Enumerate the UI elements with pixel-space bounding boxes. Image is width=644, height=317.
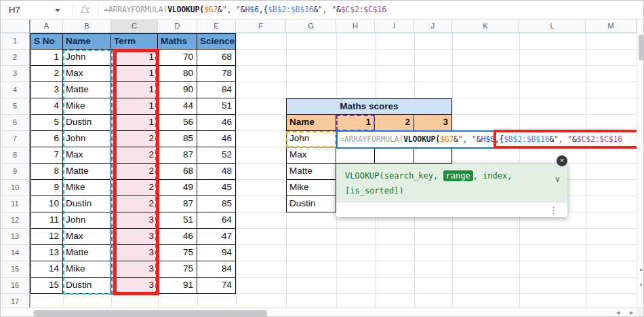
cell-D3[interactable]: 80: [158, 66, 197, 82]
cell-A16[interactable]: 15: [31, 278, 63, 294]
cell-H6[interactable]: 1: [336, 115, 375, 131]
cell-A3[interactable]: 2: [31, 66, 63, 82]
name-box-dropdown-icon[interactable]: [55, 9, 60, 12]
cell-B11[interactable]: Dustin: [63, 196, 111, 212]
scroll-up-icon[interactable]: ▲: [639, 267, 643, 272]
cell-A14[interactable]: 13: [31, 245, 63, 261]
col-header-K[interactable]: K: [452, 20, 519, 33]
cell-C16[interactable]: 3: [111, 278, 158, 294]
cell-E12[interactable]: 64: [197, 212, 236, 229]
scroll-right-icon[interactable]: ▶: [630, 310, 633, 316]
cell-A2[interactable]: 1: [31, 50, 63, 66]
cell-D13[interactable]: 46: [158, 229, 197, 245]
cell-D1[interactable]: Maths: [158, 33, 197, 50]
cell-B7[interactable]: John: [63, 131, 111, 147]
cell-C6[interactable]: 1: [111, 115, 158, 131]
cell-E7[interactable]: 46: [197, 131, 236, 147]
cell-D5[interactable]: 44: [158, 98, 197, 115]
cell-editor-formula[interactable]: =ARRAYFORMULA(VLOOKUP($G7&", "&H$6,{$B$2…: [340, 132, 622, 147]
cell-J6[interactable]: 3: [414, 115, 452, 131]
row-header-4[interactable]: 4: [1, 82, 29, 98]
cell-D2[interactable]: 70: [158, 50, 197, 66]
cell-C15[interactable]: 3: [111, 261, 158, 278]
cell-G8[interactable]: Max: [286, 147, 336, 164]
cell-A9[interactable]: 8: [31, 164, 63, 180]
horizontal-scrollbar[interactable]: ◀ ▶: [1, 307, 644, 317]
cell-B6[interactable]: Dustin: [63, 115, 111, 131]
cell-E6[interactable]: 46: [197, 115, 236, 131]
cell-D12[interactable]: 51: [158, 212, 197, 229]
scroll-left-icon[interactable]: ◀: [616, 310, 620, 316]
cell-C1[interactable]: Term: [111, 33, 158, 50]
cell-A10[interactable]: 9: [31, 180, 63, 196]
cell-G9[interactable]: Matte: [286, 164, 336, 180]
cell-E1[interactable]: Science: [197, 33, 236, 50]
scroll-down-icon[interactable]: ▼: [639, 282, 643, 287]
cell-B2[interactable]: John: [63, 50, 111, 66]
col-header-B[interactable]: B: [63, 20, 111, 33]
cell-E2[interactable]: 68: [197, 50, 236, 66]
col-header-C[interactable]: C: [111, 20, 158, 33]
col-header-G[interactable]: G: [286, 20, 336, 33]
cell-J8[interactable]: [414, 147, 452, 164]
cell-D10[interactable]: 49: [158, 180, 197, 196]
cell-C9[interactable]: 2: [111, 164, 158, 180]
cell-H8[interactable]: [336, 147, 375, 164]
cell-I8[interactable]: [375, 147, 414, 164]
row-header-10[interactable]: 10: [1, 180, 29, 196]
cell-A6[interactable]: 5: [31, 115, 63, 131]
cell-G11[interactable]: Dustin: [286, 196, 336, 212]
cell-D7[interactable]: 85: [158, 131, 197, 147]
cell-C5[interactable]: 1: [111, 98, 158, 115]
col-header-L[interactable]: L: [519, 20, 586, 33]
row-header-15[interactable]: 15: [1, 261, 29, 278]
cell-A12[interactable]: 11: [31, 212, 63, 229]
cell-A13[interactable]: 12: [31, 229, 63, 245]
cell-B14[interactable]: Matte: [63, 245, 111, 261]
cell-D16[interactable]: 91: [158, 278, 197, 294]
row-header-1[interactable]: 1: [1, 33, 29, 50]
formula-input[interactable]: =ARRAYFORMULA(VLOOKUP($G7&", "&H$6,{$B$2…: [104, 1, 642, 19]
cell-G5-merged[interactable]: Maths scores: [286, 98, 452, 115]
cell-E14[interactable]: 94: [197, 245, 236, 261]
row-header-11[interactable]: 11: [1, 196, 29, 212]
cell-E9[interactable]: 48: [197, 164, 236, 180]
cell-C2[interactable]: 1: [111, 50, 158, 66]
row-header-8[interactable]: 8: [1, 147, 29, 164]
row-header-14[interactable]: 14: [1, 245, 29, 261]
cell-A15[interactable]: 14: [31, 261, 63, 278]
cell-B13[interactable]: Max: [63, 229, 111, 245]
horizontal-scrollbar-thumb[interactable]: [33, 310, 267, 316]
more-options-icon[interactable]: ⋮: [549, 205, 558, 215]
cell-E4[interactable]: 84: [197, 82, 236, 98]
cell-D8[interactable]: 87: [158, 147, 197, 164]
cell-D11[interactable]: 87: [158, 196, 197, 212]
cell-E16[interactable]: 74: [197, 278, 236, 294]
cell-C8[interactable]: 2: [111, 147, 158, 164]
cell-E11[interactable]: 85: [197, 196, 236, 212]
cell-C11[interactable]: 2: [111, 196, 158, 212]
cell-G6[interactable]: Name: [286, 115, 336, 131]
row-header-6[interactable]: 6: [1, 115, 29, 131]
cell-E10[interactable]: 45: [197, 180, 236, 196]
cell-C13[interactable]: 3: [111, 229, 158, 245]
cell-A1[interactable]: S No: [31, 33, 63, 50]
cell-C7[interactable]: 2: [111, 131, 158, 147]
row-header-7[interactable]: 7: [1, 131, 29, 147]
cell-B15[interactable]: Mike: [63, 261, 111, 278]
row-header-9[interactable]: 9: [1, 164, 29, 180]
cell-B4[interactable]: Matte: [63, 82, 111, 98]
cell-E13[interactable]: 47: [197, 229, 236, 245]
cell-G7[interactable]: John: [286, 131, 336, 147]
cell-B16[interactable]: Dustin: [63, 278, 111, 294]
col-header-F[interactable]: F: [236, 20, 286, 33]
cell-E3[interactable]: 78: [197, 66, 236, 82]
active-cell-editor[interactable]: =ARRAYFORMULA(VLOOKUP($G7&", "&H$6,{$B$2…: [336, 130, 644, 149]
vertical-scrollbar[interactable]: ▲ ▼: [637, 20, 644, 307]
cell-C10[interactable]: 2: [111, 180, 158, 196]
cell-E15[interactable]: 84: [197, 261, 236, 278]
cell-C4[interactable]: 1: [111, 82, 158, 98]
select-all-corner[interactable]: [1, 20, 31, 33]
cell-E5[interactable]: 51: [197, 98, 236, 115]
vertical-scrollbar-thumb[interactable]: [639, 35, 644, 60]
